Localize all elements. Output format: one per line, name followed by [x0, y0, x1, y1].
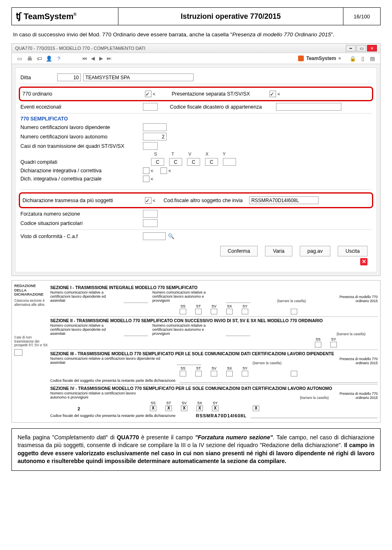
window-titlebar: QUA770 - 770/2015 - MODELLO 770 - COMPLE… — [12, 44, 380, 53]
search-icon[interactable]: 🔍 — [167, 233, 175, 240]
redazione-subtitle: Ciascuna sezione è alternativa alle altr… — [14, 299, 49, 307]
button-conferma[interactable]: Conferma — [220, 246, 258, 256]
label-eventi-eccezionali: Eventi eccezionali — [20, 104, 143, 110]
s4-sx[interactable]: X — [196, 405, 203, 411]
s3-codfisc-field[interactable] — [180, 379, 378, 383]
field-forzatura[interactable] — [143, 210, 158, 218]
prev-icon[interactable]: ◀ — [89, 55, 96, 62]
s1-col-a: Numero comunicazioni relative a certific… — [50, 291, 120, 303]
highlight-dich-trasmessa: Dichiarazione trasmessa da più soggetti … — [19, 192, 373, 208]
field-num-cert-aut[interactable]: 2 — [143, 133, 167, 140]
label-codfisc-dicastero: Codice fiscale dicastero di appartenenza — [170, 104, 276, 110]
s1-field-b[interactable] — [226, 298, 250, 303]
section-770-semplificato: 770 SEMPLIFICATO — [20, 116, 372, 122]
tag-icon[interactable]: 🏷 — [36, 55, 43, 62]
button-pag-av[interactable]: pag.av — [300, 246, 331, 256]
label-visto-conformita: Visto di conformità - C.a.f — [20, 234, 143, 239]
field-num-cert-dip[interactable] — [143, 123, 167, 131]
field-quadro-y[interactable] — [223, 158, 236, 166]
field-ditta-name[interactable]: TEAMSYSTEM SPA — [83, 73, 194, 81]
s1-ss[interactable] — [180, 309, 186, 314]
s1-field-a[interactable] — [124, 298, 148, 303]
label-codfisc-altro: Cod.fiscale altro soggetto che invia — [163, 198, 249, 203]
s1-sx[interactable] — [226, 309, 233, 314]
sheet-icon[interactable]: ▤ — [369, 55, 376, 62]
checkbox-770-ordinario[interactable]: ✓ — [145, 91, 151, 97]
s4-pres-box[interactable]: X — [253, 405, 259, 411]
brand-square-icon — [298, 56, 304, 61]
s3-ss[interactable] — [180, 371, 186, 376]
s3-st[interactable] — [195, 371, 202, 376]
field-quadro-x[interactable]: C — [205, 158, 218, 166]
s1-presenza: Presenza di modello 770 ordinario 2015 — [333, 295, 378, 303]
field-codfisc-altro[interactable]: RSSMRA70D14I608L — [249, 196, 318, 204]
s4-ss[interactable]: X — [150, 405, 156, 411]
s1-st[interactable] — [195, 309, 202, 314]
s4-sy[interactable]: X — [212, 405, 218, 411]
checkbox-pres-separata[interactable]: ✓ — [270, 91, 276, 97]
field-quadro-t[interactable]: C — [169, 158, 182, 166]
close-panel-button[interactable]: ✕ — [360, 258, 368, 265]
button-varia[interactable]: Varia — [265, 246, 292, 256]
s2-field-b[interactable] — [226, 332, 250, 336]
label-dich-trasmessa: Dichiarazione trasmessa da più soggetti — [22, 198, 145, 203]
s2-sy[interactable] — [330, 342, 337, 347]
maximize-button[interactable]: ▭ — [356, 45, 366, 51]
s1-sy[interactable] — [242, 309, 248, 314]
lock-icon[interactable]: 🔒 — [349, 55, 356, 62]
user-icon[interactable]: 👤 — [45, 55, 53, 62]
label-cod-situazioni: Codice situazioni particolari — [20, 220, 143, 226]
field-quadro-s[interactable]: C — [151, 158, 164, 166]
s3-pres-box[interactable] — [291, 371, 297, 376]
field-eventi[interactable] — [143, 103, 158, 111]
checkbox-dich-parz[interactable] — [143, 176, 149, 182]
print-icon[interactable]: 🖶 — [26, 55, 33, 62]
s3-sx[interactable] — [226, 371, 233, 376]
field-quadro-v[interactable]: C — [187, 158, 200, 166]
s4-st[interactable]: X — [165, 405, 172, 411]
s3-field[interactable] — [177, 361, 201, 365]
checkbox-dich-int-1[interactable] — [143, 167, 149, 174]
form-screenshot-2: REDAZIONE DELLA DICHIARAZIONE Ciascuna s… — [11, 280, 381, 422]
label-presentazione-separata: Presentazione separata ST/SV/SX — [172, 91, 270, 97]
field-ditta-number[interactable]: 10 — [57, 73, 81, 81]
button-uscita[interactable]: Uscita — [338, 246, 368, 256]
field-cod-situazioni[interactable] — [143, 219, 158, 227]
last-icon[interactable]: ⏭ — [106, 55, 112, 62]
teamsystem-logo: ʧ TeamSystem — [16, 11, 76, 22]
window-controls: ━ ▭ ✕ — [346, 45, 377, 51]
form-panel: Ditta 10 TEAMSYSTEM SPA 770 ordinario ✓<… — [15, 67, 377, 272]
close-button[interactable]: ✕ — [367, 45, 377, 51]
first-icon[interactable]: ⏮ — [81, 55, 88, 62]
s2-ss[interactable] — [315, 342, 321, 347]
page-icon[interactable]: ▯ — [359, 55, 366, 62]
logo-mark-icon: ʧ — [16, 11, 21, 22]
field-visto[interactable] — [143, 232, 166, 240]
action-buttons: Conferma Varia pag.av Uscita — [24, 246, 368, 256]
field-casi-non-trasm[interactable] — [143, 142, 158, 150]
highlight-770-ordinario: 770 ordinario ✓< Presentazione separata … — [19, 87, 373, 101]
s3-sv[interactable] — [211, 371, 217, 376]
casi-left-label: Casi di non trasmissione dei prospetti S… — [14, 336, 49, 347]
app-brand: TeamSystem® — [298, 56, 341, 61]
s2-field-a[interactable] — [124, 332, 148, 336]
help-icon[interactable]: ? — [55, 55, 62, 62]
casi-left-checkbox[interactable] — [14, 349, 22, 356]
card-icon[interactable]: ▭ — [16, 55, 23, 62]
window-title: QUA770 - 770/2015 - MODELLO 770 - COMPLE… — [15, 46, 145, 51]
next-icon[interactable]: ▶ — [98, 55, 104, 62]
checkbox-dich-trasmessa[interactable]: ✓ — [145, 197, 151, 204]
s1-sv[interactable] — [211, 309, 217, 314]
s3-col: Numero comunicazioni relative a certific… — [50, 357, 173, 365]
label-770-ordinario: 770 ordinario — [22, 91, 145, 97]
s4-sv[interactable]: X — [181, 405, 187, 411]
field-codfisc-dicastero[interactable] — [276, 103, 341, 111]
minimize-button[interactable]: ━ — [346, 45, 356, 51]
checkbox-dich-int-2[interactable] — [160, 167, 167, 174]
s4-codfisc-value: RSSMRA70D14I608L — [196, 413, 247, 418]
sezione-4-title: SEZIONE IV - TRASMISSIONE MODELLO 770 SE… — [50, 384, 378, 391]
s3-sy[interactable] — [242, 371, 248, 376]
label-num-cert-aut: Numero certificazioni lavoro autonomo — [20, 134, 143, 140]
s1-pres-box[interactable] — [291, 309, 297, 314]
s1-barrare: (barrare la casella) — [254, 299, 329, 303]
